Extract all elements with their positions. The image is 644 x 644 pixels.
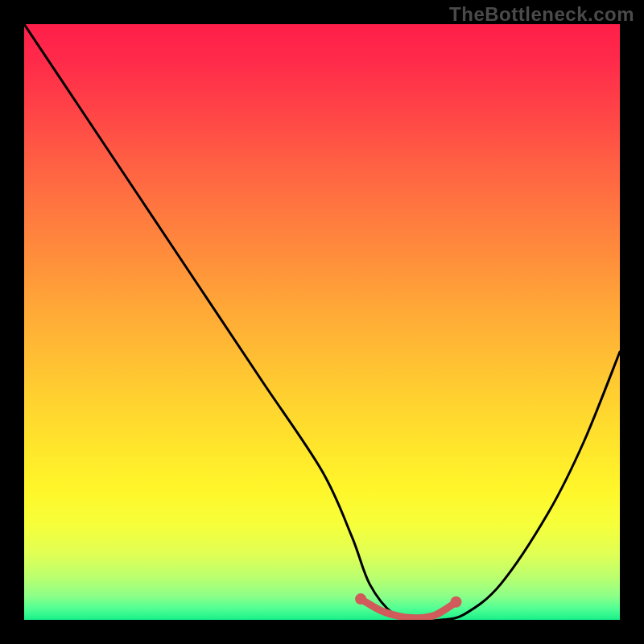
flat-region-start-marker — [355, 593, 366, 605]
curve-layer — [24, 24, 620, 620]
plot-area — [24, 24, 620, 620]
flat-region-end-marker — [451, 597, 462, 608]
optimal-range-highlight — [364, 601, 453, 617]
chart-frame: TheBottleneck.com — [0, 0, 644, 644]
bottleneck-curve — [24, 24, 620, 620]
watermark-text: TheBottleneck.com — [449, 3, 634, 26]
